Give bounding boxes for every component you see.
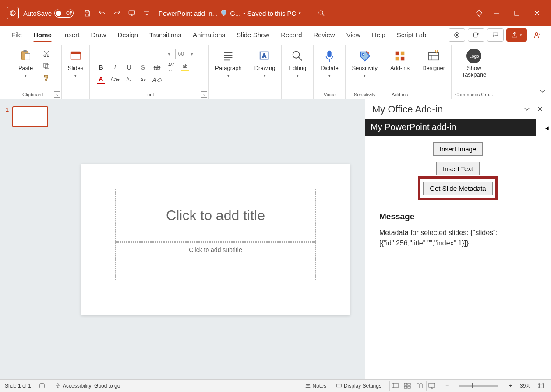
ribbon-collapse-button[interactable] — [539, 88, 546, 96]
slides-button[interactable]: Slides ▾ — [64, 47, 88, 80]
teams-button[interactable] — [468, 28, 484, 42]
sensitivity-short[interactable]: G... — [230, 10, 240, 17]
paste-button[interactable]: Paste ▾ — [14, 47, 38, 80]
tab-transitions[interactable]: Transitions — [144, 26, 187, 44]
font-name-combo[interactable]: ▾ — [95, 49, 173, 59]
normal-view-button[interactable] — [389, 381, 401, 391]
tab-animations[interactable]: Animations — [187, 26, 231, 44]
dictate-button[interactable]: Dictate▾ — [317, 47, 342, 80]
tab-scriptlab[interactable]: Script Lab — [391, 26, 432, 44]
collapse-handle[interactable]: ◀ — [543, 119, 551, 136]
copy-icon[interactable] — [41, 61, 52, 71]
minimize-button[interactable] — [487, 4, 507, 22]
zoom-level[interactable]: 39% — [520, 383, 530, 389]
zoom-slider[interactable] — [459, 385, 498, 387]
highlight-button[interactable]: ab — [179, 62, 192, 73]
sorter-view-button[interactable] — [402, 381, 413, 391]
thumbnail-pane[interactable]: 1 — [0, 99, 66, 379]
strike-button[interactable]: ab — [151, 62, 164, 73]
autosave-toggle[interactable]: Off — [54, 9, 74, 18]
svg-point-31 — [57, 383, 59, 385]
account-button[interactable] — [530, 28, 545, 42]
slideshow-view-button[interactable] — [426, 381, 438, 391]
spellcheck-icon[interactable] — [37, 383, 47, 389]
slide-thumbnail[interactable] — [12, 106, 48, 127]
comments-button[interactable] — [487, 28, 504, 42]
notes-button[interactable]: Notes — [303, 383, 328, 389]
reading-view-button[interactable] — [414, 381, 425, 391]
svg-point-4 — [319, 10, 323, 14]
tab-insert[interactable]: Insert — [57, 26, 85, 44]
tab-home[interactable]: Home — [28, 26, 57, 44]
svg-rect-12 — [23, 50, 27, 52]
paragraph-icon — [221, 49, 236, 63]
document-name[interactable]: PowerPoint add-in... — [159, 10, 218, 17]
drawing-button[interactable]: ADrawing▾ — [252, 47, 278, 80]
share-button[interactable]: ▾ — [506, 28, 527, 42]
present-icon[interactable] — [124, 6, 139, 21]
slides-icon — [68, 49, 83, 63]
save-status[interactable]: • Saved to this PC — [243, 10, 296, 17]
slide-counter[interactable]: Slide 1 of 1 — [5, 383, 31, 389]
tab-review[interactable]: Review — [308, 26, 341, 44]
zoom-out-button[interactable]: − — [444, 383, 450, 389]
tab-draw[interactable]: Draw — [85, 26, 112, 44]
font-size-combo[interactable]: 60▾ — [175, 49, 196, 59]
bold-button[interactable]: B — [95, 62, 108, 73]
insert-image-button[interactable]: Insert Image — [433, 142, 483, 156]
tab-file[interactable]: File — [6, 26, 28, 44]
paragraph-button[interactable]: Paragraph▾ — [212, 47, 244, 80]
title-placeholder[interactable]: Click to add title — [115, 189, 316, 242]
svg-rect-37 — [408, 386, 410, 388]
addins-button[interactable]: Add-ins — [388, 47, 412, 74]
tab-slideshow[interactable]: Slide Show — [231, 26, 275, 44]
slide-canvas[interactable]: Click to add title Click to add subtitle — [81, 164, 350, 315]
chevron-down-icon[interactable]: ▾ — [299, 11, 301, 15]
underline-button[interactable]: U — [123, 62, 136, 73]
font-color-button[interactable]: A — [95, 74, 108, 85]
fit-to-window-button[interactable] — [537, 383, 546, 389]
designer-icon — [426, 49, 441, 63]
shrink-font-button[interactable]: A▾ — [137, 74, 150, 85]
taskpane: My Office Add-in My PowerPoint add-in ◀ … — [365, 99, 551, 379]
change-case-button[interactable]: Aa▾ — [109, 74, 122, 85]
format-painter-icon[interactable] — [41, 73, 52, 84]
paste-icon — [18, 49, 33, 63]
editing-button[interactable]: Editing▾ — [285, 47, 310, 80]
tab-design[interactable]: Design — [112, 26, 144, 44]
grow-font-button[interactable]: A▴ — [123, 74, 136, 85]
save-icon[interactable] — [80, 6, 95, 21]
display-settings-button[interactable]: Display Settings — [334, 383, 383, 389]
redo-icon[interactable] — [109, 6, 124, 21]
designer-button[interactable]: Designer — [420, 47, 448, 74]
subtitle-placeholder[interactable]: Click to add subtitle — [115, 242, 316, 280]
camera-button[interactable] — [449, 28, 465, 42]
cut-icon[interactable] — [41, 49, 52, 59]
italic-button[interactable]: I — [109, 62, 122, 73]
paragraph-label: Paragraph — [215, 65, 242, 72]
get-slide-metadata-button[interactable]: Get Slide Metadata — [423, 182, 492, 195]
insert-text-button[interactable]: Insert Text — [436, 162, 480, 175]
tab-help[interactable]: Help — [366, 26, 391, 44]
close-button[interactable] — [527, 4, 547, 22]
tab-record[interactable]: Record — [275, 26, 307, 44]
search-icon[interactable] — [314, 6, 329, 21]
group-editing: Editing▾ — [282, 45, 314, 99]
dialog-launcher-icon[interactable]: ↘ — [54, 91, 60, 98]
view-buttons — [389, 381, 438, 391]
undo-icon[interactable] — [95, 6, 109, 21]
shadow-button[interactable]: S — [137, 62, 150, 73]
maximize-button[interactable] — [507, 4, 527, 22]
accessibility-button[interactable]: Accessibility: Good to go — [53, 383, 122, 389]
clear-format-button[interactable]: A◇ — [151, 74, 164, 85]
qat-more-icon[interactable] — [139, 6, 154, 21]
tab-view[interactable]: View — [341, 26, 366, 44]
close-icon[interactable] — [537, 104, 544, 115]
dialog-launcher-icon[interactable]: ↘ — [201, 91, 207, 98]
sensitivity-button[interactable]: Sensitivity▾ — [349, 47, 380, 80]
diamond-icon[interactable] — [472, 6, 487, 21]
zoom-in-button[interactable]: + — [507, 383, 514, 389]
chevron-down-icon[interactable] — [523, 104, 530, 115]
show-taskpane-button[interactable]: LogoShow Taskpane — [459, 47, 489, 80]
char-spacing-button[interactable]: AV↔ — [165, 62, 178, 73]
